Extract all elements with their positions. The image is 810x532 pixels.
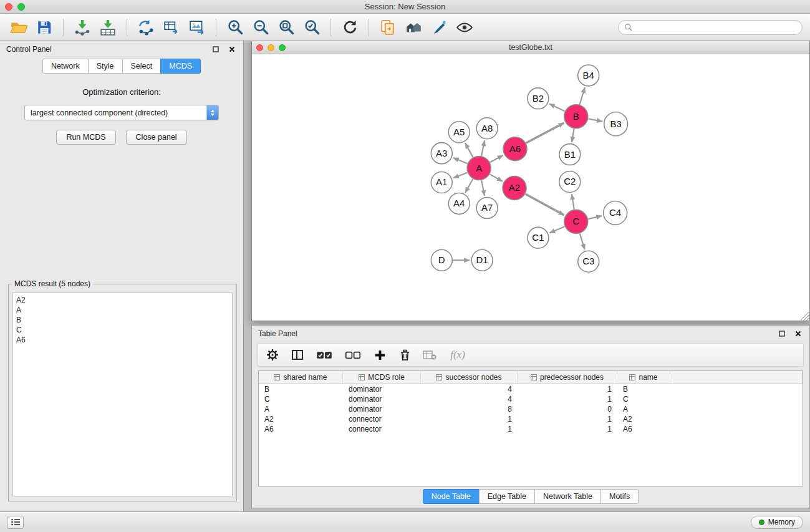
network-edge-A-A6[interactable] [490, 155, 503, 162]
close-table-panel-button[interactable] [793, 329, 803, 339]
deselect-all-columns-button[interactable] [343, 347, 363, 363]
result-item[interactable]: B [16, 315, 229, 325]
cell-name[interactable]: A [617, 404, 670, 414]
network-edge-B-B2[interactable] [549, 104, 565, 111]
cell-shared-name[interactable]: A2 [259, 414, 343, 424]
open-session-button[interactable] [7, 16, 30, 39]
float-panel-button[interactable] [211, 44, 221, 54]
network-close-button[interactable] [256, 44, 263, 51]
column-header-shared-name[interactable]: shared name [259, 371, 343, 384]
export-table-button[interactable] [160, 16, 183, 39]
cell-predecessor-nodes[interactable]: 0 [518, 404, 617, 414]
network-node-A3[interactable]: A3 [431, 143, 452, 164]
network-edge-B-B4[interactable] [580, 87, 585, 105]
network-node-C3[interactable]: C3 [578, 251, 599, 272]
network-node-B1[interactable]: B1 [559, 144, 581, 165]
table-row[interactable]: A6connector11A6 [259, 424, 803, 434]
cell-predecessor-nodes[interactable]: 1 [518, 384, 617, 394]
zoom-window-button[interactable] [17, 3, 25, 11]
network-node-B[interactable]: B [564, 105, 588, 128]
network-node-A1[interactable]: A1 [431, 172, 452, 193]
network-edge-C-C3[interactable] [580, 233, 585, 249]
cell-predecessor-nodes[interactable]: 1 [518, 394, 617, 404]
result-item[interactable]: A [16, 305, 229, 315]
network-edge-A-A3[interactable] [453, 158, 468, 163]
table-row[interactable]: Bdominator41B [259, 384, 803, 394]
cell-mcds-role[interactable]: dominator [343, 404, 421, 414]
network-node-B4[interactable]: B4 [578, 65, 599, 86]
table-row[interactable]: A2connector11A2 [259, 414, 803, 424]
network-node-C[interactable]: C [564, 210, 588, 233]
network-node-C1[interactable]: C1 [528, 227, 549, 248]
table-row[interactable]: Cdominator41C [259, 394, 803, 404]
cell-predecessor-nodes[interactable]: 1 [518, 424, 617, 434]
apply-layout-button[interactable] [339, 16, 361, 39]
cell-successor-nodes[interactable]: 8 [421, 404, 518, 414]
result-item[interactable]: A2 [16, 295, 229, 305]
export-image-button[interactable] [186, 16, 208, 39]
cell-mcds-role[interactable]: connector [343, 414, 421, 424]
network-node-B2[interactable]: B2 [528, 88, 549, 109]
zoom-in-button[interactable] [224, 16, 246, 39]
network-edge-A-A1[interactable] [453, 173, 468, 178]
network-node-A2[interactable]: A2 [503, 177, 526, 200]
cell-successor-nodes[interactable]: 4 [421, 394, 518, 404]
network-edge-B-B1[interactable] [572, 128, 574, 142]
export-network-button[interactable] [135, 16, 157, 39]
tab-network-table[interactable]: Network Table [534, 489, 601, 504]
tab-node-table[interactable]: Node Table [423, 489, 480, 504]
network-node-A4[interactable]: A4 [448, 193, 470, 214]
network-edge-A-A5[interactable] [465, 143, 473, 157]
cell-shared-name[interactable]: C [259, 394, 343, 404]
cell-name[interactable]: C [617, 394, 670, 404]
zoom-out-button[interactable] [249, 16, 272, 39]
network-edge-A-A7[interactable] [481, 180, 485, 196]
tab-mcds[interactable]: MCDS [160, 59, 201, 74]
show-columns-button[interactable] [289, 347, 306, 363]
network-svg[interactable]: B4B2BB3A5A8A6B1A3AC2A1A2A4A7C4CC1C3DD1 [252, 54, 809, 321]
network-edge-C-C2[interactable] [572, 194, 574, 209]
result-item[interactable]: A6 [16, 335, 229, 345]
import-network-from-file-button[interactable] [71, 16, 94, 39]
network-node-B3[interactable]: B3 [604, 112, 628, 136]
network-node-A7[interactable]: A7 [476, 197, 498, 218]
mcds-result-list[interactable]: A2ABCA6 [12, 293, 233, 496]
resize-grip-icon[interactable] [801, 312, 809, 321]
cell-predecessor-nodes[interactable]: 1 [518, 414, 617, 424]
network-node-C4[interactable]: C4 [604, 201, 627, 225]
network-canvas[interactable]: B4B2BB3A5A8A6B1A3AC2A1A2A4A7C4CC1C3DD1 [252, 54, 809, 321]
zoom-selected-button[interactable] [301, 16, 323, 39]
save-session-button[interactable] [33, 16, 55, 39]
search-input[interactable] [637, 23, 796, 32]
cell-name[interactable]: B [617, 384, 670, 394]
network-node-D1[interactable]: D1 [471, 249, 493, 271]
create-column-button[interactable] [372, 347, 388, 363]
network-edge-A2-C[interactable] [526, 194, 564, 215]
table-mode-button[interactable] [264, 347, 281, 363]
close-window-button[interactable] [5, 3, 12, 11]
network-edge-A-A2[interactable] [490, 174, 503, 181]
network-minimize-button[interactable] [268, 44, 274, 51]
cell-successor-nodes[interactable]: 1 [421, 414, 518, 424]
home-button[interactable] [402, 16, 425, 39]
cell-name[interactable]: A2 [617, 414, 670, 424]
delete-table-button[interactable] [422, 347, 438, 363]
tab-motifs[interactable]: Motifs [600, 489, 639, 504]
network-node-C2[interactable]: C2 [559, 172, 581, 193]
criterion-dropdown[interactable]: largest connected component (directed) [24, 105, 219, 120]
network-node-A[interactable]: A [467, 157, 491, 180]
cell-shared-name[interactable]: A6 [259, 424, 343, 434]
tab-style[interactable]: Style [88, 59, 123, 74]
cell-shared-name[interactable]: A [259, 404, 343, 414]
float-table-panel-button[interactable] [777, 329, 787, 339]
show-graphics-details-button[interactable] [453, 16, 476, 39]
cell-mcds-role[interactable]: connector [343, 424, 421, 434]
column-header-name[interactable]: name [617, 371, 670, 384]
tab-network[interactable]: Network [42, 59, 89, 74]
cell-mcds-role[interactable]: dominator [343, 384, 421, 394]
close-panel-button[interactable] [227, 44, 237, 54]
run-mcds-button[interactable]: Run MCDS [56, 130, 115, 145]
document-copy-button[interactable] [377, 16, 399, 39]
network-node-A5[interactable]: A5 [448, 122, 470, 143]
select-all-columns-button[interactable] [314, 347, 334, 363]
